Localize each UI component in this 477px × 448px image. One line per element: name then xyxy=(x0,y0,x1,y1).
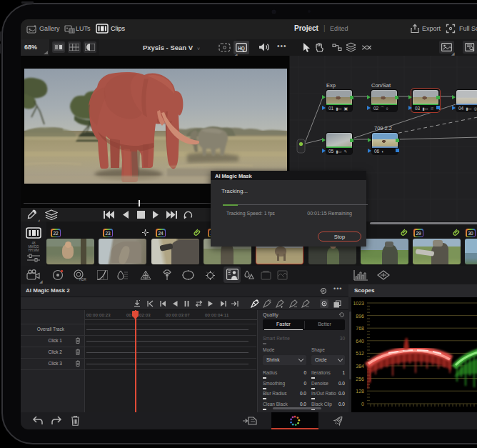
svg-text:HDR: HDR xyxy=(79,278,86,282)
svg-text:768: 768 xyxy=(356,326,364,331)
svg-text:384: 384 xyxy=(356,364,364,369)
svg-text:256: 256 xyxy=(356,377,364,382)
svg-text:709 2.2: 709 2.2 xyxy=(374,125,392,131)
svg-text:Con/Sat: Con/Sat xyxy=(371,82,391,89)
svg-text:0: 0 xyxy=(361,402,364,407)
svg-text:1023: 1023 xyxy=(353,301,364,306)
svg-text:Exp: Exp xyxy=(326,82,336,89)
svg-text:128: 128 xyxy=(356,389,364,394)
svg-text:512: 512 xyxy=(356,351,364,356)
svg-text:640: 640 xyxy=(356,339,364,344)
svg-text:896: 896 xyxy=(356,314,364,319)
svg-text:HQ: HQ xyxy=(238,46,245,51)
